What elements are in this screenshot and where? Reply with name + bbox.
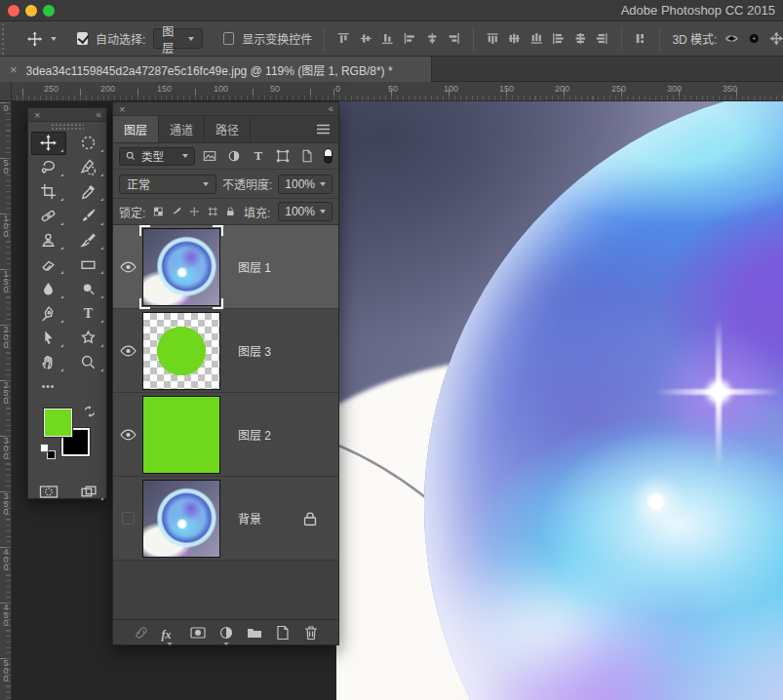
history-brush-tool[interactable] xyxy=(71,229,106,253)
lock-pixels-icon[interactable] xyxy=(172,205,182,218)
tool-preset-chevron[interactable] xyxy=(51,37,57,41)
distribute-top-edges-icon[interactable] xyxy=(486,30,500,47)
adjustment-layer-icon[interactable] xyxy=(218,625,234,641)
filter-toggle-switch[interactable] xyxy=(324,148,333,164)
layer-name[interactable]: 图层 1 xyxy=(238,258,271,275)
layer-name[interactable]: 图层 3 xyxy=(238,342,271,359)
filter-smart-objects-button[interactable] xyxy=(297,148,316,165)
filter-pixel-layers-button[interactable] xyxy=(201,148,219,165)
blur-tool[interactable] xyxy=(31,278,66,301)
3d-orbit-icon[interactable] xyxy=(724,30,739,47)
align-bottom-edges-icon[interactable] xyxy=(380,30,395,47)
filter-shape-layers-button[interactable] xyxy=(273,148,292,165)
healing-brush-tool[interactable] xyxy=(31,205,66,228)
path-selection-tool[interactable] xyxy=(31,327,66,350)
close-window-button[interactable] xyxy=(8,5,20,17)
lock-all-icon[interactable] xyxy=(225,205,236,218)
3d-roll-icon[interactable] xyxy=(747,30,762,47)
lock-position-icon[interactable] xyxy=(189,205,200,218)
distribute-horizontal-centers-icon[interactable] xyxy=(573,30,588,47)
brush-tool[interactable] xyxy=(71,205,106,228)
tab-paths[interactable]: 路径 xyxy=(205,116,251,142)
visibility-toggle[interactable] xyxy=(113,261,142,273)
visibility-toggle[interactable] xyxy=(113,345,142,357)
layer-style-icon[interactable]: fx xyxy=(162,625,177,641)
filter-type-layers-button[interactable]: T xyxy=(249,148,267,165)
distribute-vertical-centers-icon[interactable] xyxy=(507,30,522,47)
vertical-ruler[interactable]: 050 100150 200250 300350 400450 500 xyxy=(0,101,12,700)
tools-panel-header[interactable]: × « xyxy=(28,108,106,122)
new-layer-icon[interactable] xyxy=(275,625,291,641)
hand-tool[interactable] xyxy=(31,351,66,374)
collapse-icon[interactable]: « xyxy=(328,102,333,116)
layer-thumbnail[interactable] xyxy=(142,228,220,306)
delete-layer-icon[interactable] xyxy=(303,625,319,641)
minimize-window-button[interactable] xyxy=(25,5,37,17)
auto-select-dropdown[interactable]: 图层 xyxy=(153,28,203,49)
lock-transparency-icon[interactable] xyxy=(153,205,164,218)
document-tab[interactable]: × 3dea34c1159845d2a47287e5c16fc49e.jpg @… xyxy=(0,57,432,82)
ruler-origin-corner[interactable] xyxy=(0,82,12,101)
visibility-toggle[interactable] xyxy=(113,512,142,525)
align-top-edges-icon[interactable] xyxy=(336,30,351,47)
zoom-tool[interactable] xyxy=(71,351,106,374)
layer-thumbnail[interactable] xyxy=(142,396,220,474)
align-vertical-centers-icon[interactable] xyxy=(359,30,373,47)
zoom-window-button[interactable] xyxy=(43,5,55,17)
layers-panel-header[interactable]: × « xyxy=(113,102,338,116)
distribute-right-edges-icon[interactable] xyxy=(595,30,609,47)
dodge-tool[interactable] xyxy=(71,278,106,301)
layer-name[interactable]: 背景 xyxy=(238,510,261,526)
quick-selection-tool[interactable] xyxy=(71,156,106,179)
close-icon[interactable]: × xyxy=(34,108,40,122)
link-layers-icon[interactable] xyxy=(134,625,149,641)
close-icon[interactable]: × xyxy=(119,102,125,116)
default-colors-icon[interactable] xyxy=(40,444,56,459)
add-mask-icon[interactable] xyxy=(190,625,206,641)
screen-mode-button[interactable] xyxy=(71,480,106,503)
type-tool[interactable]: T xyxy=(71,302,106,326)
layer-thumbnail[interactable] xyxy=(142,480,220,558)
collapse-icon[interactable]: « xyxy=(96,108,100,122)
custom-shape-tool[interactable] xyxy=(71,327,106,350)
crop-tool[interactable] xyxy=(31,180,66,204)
layer-thumbnail[interactable] xyxy=(142,312,220,390)
filter-adjustment-layers-button[interactable] xyxy=(225,148,244,165)
move-tool[interactable] xyxy=(31,132,66,155)
distribute-bottom-edges-icon[interactable] xyxy=(529,30,544,47)
filter-type-dropdown[interactable]: 类型 xyxy=(119,147,195,166)
fill-dropdown[interactable]: 100% xyxy=(278,202,333,221)
eyedropper-tool[interactable] xyxy=(71,180,106,204)
auto-align-layers-icon[interactable] xyxy=(634,30,648,47)
horizontal-ruler[interactable]: 250200 150100 500 50100 150200 250300 35… xyxy=(12,82,783,101)
align-left-edges-icon[interactable] xyxy=(403,30,417,47)
foreground-color-swatch[interactable] xyxy=(44,408,72,437)
close-tab-icon[interactable]: × xyxy=(10,63,18,76)
swap-colors-icon[interactable] xyxy=(83,405,97,418)
opacity-dropdown[interactable]: 100% xyxy=(278,175,333,194)
marquee-tool[interactable] xyxy=(71,132,106,155)
pen-tool[interactable] xyxy=(31,302,66,326)
edit-toolbar-button[interactable]: ••• xyxy=(31,375,66,399)
layer-row-2[interactable]: 图层 3 xyxy=(113,309,338,393)
document-canvas[interactable] xyxy=(336,101,783,700)
align-horizontal-centers-icon[interactable] xyxy=(425,30,440,47)
layer-row-4[interactable]: 背景 xyxy=(113,477,338,561)
layer-row-1[interactable]: 图层 1 xyxy=(113,225,338,309)
clone-stamp-tool[interactable] xyxy=(31,229,66,253)
3d-pan-icon[interactable] xyxy=(769,30,783,47)
show-transform-checkbox[interactable] xyxy=(223,32,234,45)
new-group-icon[interactable] xyxy=(247,625,262,641)
quick-mask-button[interactable] xyxy=(31,480,66,503)
eraser-tool[interactable] xyxy=(31,253,66,277)
blend-mode-dropdown[interactable]: 正常 xyxy=(119,175,216,194)
auto-select-checkbox[interactable] xyxy=(77,32,88,45)
align-right-edges-icon[interactable] xyxy=(447,30,461,47)
lock-artboard-icon[interactable] xyxy=(208,205,218,218)
distribute-left-edges-icon[interactable] xyxy=(551,30,566,47)
tab-channels[interactable]: 通道 xyxy=(159,116,205,142)
visibility-toggle[interactable] xyxy=(113,429,142,441)
panel-menu-icon[interactable] xyxy=(316,124,331,135)
lasso-tool[interactable] xyxy=(31,156,66,179)
tab-layers[interactable]: 图层 xyxy=(113,116,159,142)
